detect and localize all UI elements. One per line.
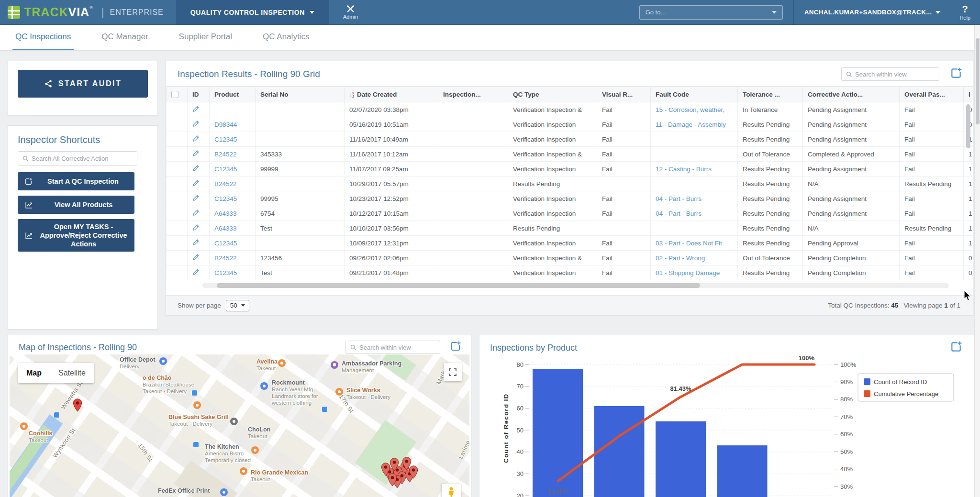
edit-record-pencil-icon[interactable] [192,254,200,261]
product-link[interactable]: B24522 [214,254,237,262]
inspection-map-marker[interactable] [402,457,412,472]
column-header-inspection[interactable]: Inspection... [438,87,508,102]
product-link[interactable]: B24522 [214,180,237,188]
product-link[interactable]: C12345 [214,166,237,173]
page-scrollbar-thumb[interactable] [976,38,980,124]
edit-record-pencil-icon[interactable] [192,120,200,127]
map-poi-pin-orange[interactable] [20,422,28,430]
column-header-qc-type[interactable]: QC Type [508,87,597,102]
map-button[interactable]: Map [18,363,50,383]
product-link[interactable]: B24522 [214,151,237,158]
start-audit-button[interactable]: START AUDIT [18,70,148,98]
start-a-qc-inspection-button[interactable]: Start A QC Inspection [18,172,134,190]
product-link[interactable]: C12345 [214,136,237,143]
column-header-corrective-actio[interactable]: Corrective Actio... [803,87,900,102]
inspection-results-table: IDProductSerial No↓91Date CreatedInspect… [166,87,973,280]
open-my-tasks-approve-reject-corrective-actions-button[interactable]: Open MY TASKS - Approve/Reject Correctiv… [18,219,134,252]
goto-dropdown[interactable]: Go to... [639,5,783,20]
user-account-dropdown[interactable]: ANCHAL.KUMAR+SANDBOX@TRACK... [804,9,941,16]
fault-link[interactable]: 02 - Part - Wrong [656,254,705,262]
fault-link[interactable]: 04 - Part - Burrs [656,210,702,217]
product-link[interactable]: D98344 [214,121,237,128]
product-link[interactable]: A64333 [214,210,237,217]
horizontal-scrollbar-thumb[interactable] [217,283,700,288]
column-header-tolerance[interactable]: Tolerance ... [738,87,803,102]
map-poi-pin-purple[interactable]: P [331,361,338,369]
cell-qc_type: Verification Inspection & [508,102,597,117]
page-scrollbar-track[interactable] [974,25,980,497]
edit-record-pencil-icon[interactable] [192,239,200,246]
map-poi-pin-gray[interactable] [230,418,238,425]
transit-station-icon[interactable] [322,406,328,412]
cell-inspection [438,191,508,206]
transit-station-icon[interactable] [193,442,199,448]
map-poi-pin-blue[interactable] [159,357,167,365]
fault-link[interactable]: 11 - Damage - Assembly [656,121,726,128]
corrective-action-search-input[interactable]: Search All Corrective Action [18,151,137,166]
transit-station-icon[interactable] [191,390,198,396]
edit-record-pencil-icon[interactable] [192,209,200,216]
export-view-icon[interactable] [450,341,461,354]
select-all-checkbox[interactable] [171,91,178,98]
column-header-product[interactable]: Product [210,87,256,102]
map-poi-pin-orange[interactable] [251,446,259,454]
edit-record-pencil-icon[interactable] [192,268,200,276]
inspection-map-marker[interactable] [73,398,82,414]
map-poi-pin-blue[interactable] [260,382,268,390]
product-link[interactable]: A64333 [214,225,237,232]
page-size-select[interactable]: 50 [226,300,249,311]
grid-title: Inspection Results - Rolling 90 Grid [178,69,320,79]
row-id-cell [188,132,210,147]
satellite-button[interactable]: Satellite [50,363,94,383]
inspection-map-marker[interactable] [388,473,397,488]
map-search-input[interactable]: Search within view [345,341,440,354]
map-poi-pin-orange[interactable] [193,401,201,409]
tab-qc-manager[interactable]: QC Manager [99,25,151,50]
edit-record-pencil-icon[interactable] [192,224,200,231]
transit-station-icon[interactable] [54,412,60,418]
vertical-scrollbar-thumb[interactable] [966,104,970,148]
app-menu-dropdown[interactable]: QUALITY CONTROL INSPECTION [176,0,329,25]
edit-record-pencil-icon[interactable] [192,105,200,112]
edit-record-pencil-icon[interactable] [192,150,200,157]
column-header-date-created[interactable]: ↓91Date Created [345,87,438,102]
tab-supplier-portal[interactable]: Supplier Portal [176,25,235,50]
column-header-fault-code[interactable]: Fault Code [651,87,738,102]
map-poi-pin-blue[interactable] [220,488,228,496]
fault-link[interactable]: 15 - Corrosion, weather, [656,106,724,113]
export-view-icon[interactable] [950,341,962,355]
help-button[interactable]: ? Help [940,4,980,21]
column-header-id[interactable]: ID [188,87,210,102]
column-header-i[interactable]: I [964,87,973,102]
grid-search-input[interactable]: Search within view [841,67,939,81]
fault-link[interactable]: 12 - Casting - Burrs [656,166,712,173]
cell-tolerance: Results Pending [738,177,803,191]
trackvia-logo[interactable]: TRACKVIA® | ENTERPRISE [0,5,176,19]
fullscreen-button[interactable] [444,363,462,381]
fault-link[interactable]: 03 - Part - Does Not Fit [656,240,722,247]
product-link[interactable]: C12345 [214,195,237,202]
horizontal-scrollbar-track[interactable] [202,283,949,288]
edit-record-pencil-icon[interactable] [192,165,200,172]
admin-button[interactable]: Admin [343,5,358,20]
export-view-icon[interactable] [950,67,962,81]
edit-record-pencil-icon[interactable] [192,179,200,187]
google-map[interactable]: Map Satellite Office DepotDeliveryAvelin… [10,354,469,497]
fault-link[interactable]: 04 - Part - Burrs [656,195,702,202]
map-poi-pin-orange[interactable] [278,359,286,367]
tab-qc-inspections[interactable]: QC Inspections [12,25,74,50]
map-poi-pin-orange[interactable] [240,467,247,475]
pegman-control[interactable] [442,484,461,497]
edit-record-pencil-icon[interactable] [192,194,200,201]
shortcuts-title: Inspector Shortcuts [18,134,148,145]
view-all-products-button[interactable]: View All Products [18,196,134,214]
product-link[interactable]: C12345 [214,269,237,276]
column-header-visual-r[interactable]: Visual R... [597,87,651,102]
column-header-overall-pas[interactable]: Overall Pas... [900,87,964,102]
tab-qc-analytics[interactable]: QC Analytics [260,25,312,50]
product-link[interactable]: C12345 [214,240,237,247]
fault-link[interactable]: 01 - Shipping Damage [656,269,720,276]
edit-record-pencil-icon[interactable] [192,135,200,142]
column-header-serial-no[interactable]: Serial No [256,87,345,102]
cell-serial: 99999 [256,162,345,177]
